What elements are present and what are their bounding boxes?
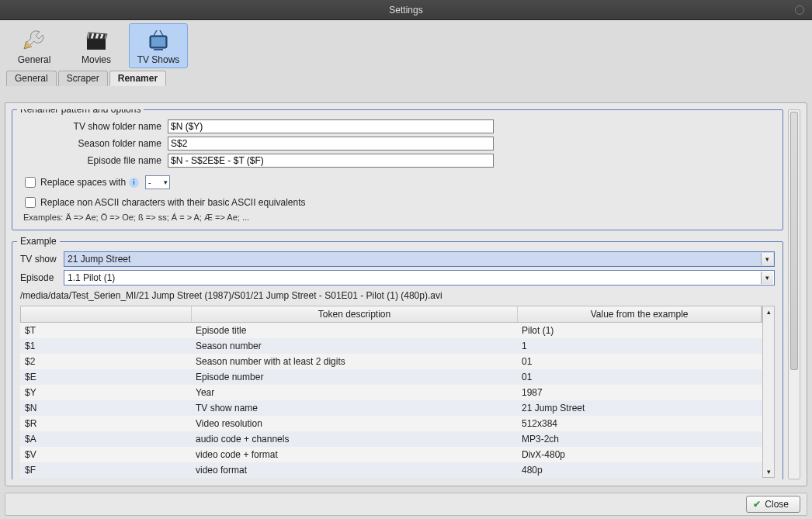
token-cell: $N: [20, 403, 191, 413]
replace-ascii-label: Replace non ASCII characters with their …: [40, 197, 306, 208]
tvshow-dropdown-label: TV show: [20, 254, 64, 265]
close-button[interactable]: ✔ Close: [746, 496, 800, 513]
example-path: /media/data/Test_Serien_MI/21 Jump Stree…: [20, 290, 775, 301]
svg-line-9: [160, 30, 163, 36]
category-movies[interactable]: Movies: [67, 23, 126, 68]
value-cell: 1987: [517, 387, 762, 398]
scroll-down-icon[interactable]: ▾: [763, 466, 774, 477]
tvshow-folder-label: TV show folder name: [20, 121, 168, 132]
token-cell: $1: [20, 341, 191, 351]
replace-spaces-select[interactable]: - ▾: [145, 175, 170, 189]
token-cell: $V: [20, 449, 191, 460]
info-icon[interactable]: i: [129, 178, 139, 188]
tv-icon: [146, 28, 171, 53]
th-value: Value from the example: [518, 306, 762, 322]
table-row[interactable]: $Vvideo code + formatDivX-480p: [20, 447, 762, 462]
token-table-header: Token description Value from the example: [20, 306, 762, 323]
svg-line-3: [94, 33, 95, 39]
window-titlebar: Settings: [0, 0, 812, 20]
token-cell: $Y: [20, 387, 191, 398]
close-button-label: Close: [765, 499, 789, 510]
season-folder-input[interactable]: [168, 137, 494, 151]
value-cell: 1: [517, 341, 762, 351]
scroll-up-icon[interactable]: ▴: [763, 306, 774, 317]
token-table: Token description Value from the example…: [20, 306, 762, 478]
description-cell: audio code + channels: [191, 434, 517, 445]
value-cell: 01: [517, 372, 762, 382]
table-row[interactable]: $Fvideo format480p: [20, 462, 762, 478]
episode-file-input[interactable]: [168, 154, 494, 168]
value-cell: Pilot (1): [517, 325, 762, 336]
replace-ascii-checkbox[interactable]: [25, 197, 36, 208]
svg-line-8: [154, 30, 157, 36]
th-token: [21, 306, 192, 322]
category-movies-label: Movies: [82, 54, 111, 65]
episode-dropdown[interactable]: 1.1 Pilot (1) ▾: [64, 270, 775, 285]
episode-file-label: Episode file name: [20, 155, 168, 166]
table-row[interactable]: $RVideo resolution512x384: [20, 416, 762, 431]
svg-line-2: [89, 33, 91, 39]
category-tvshows[interactable]: TV Shows: [129, 23, 188, 68]
window-close-icon[interactable]: [795, 5, 804, 15]
value-cell: 512x384: [517, 418, 762, 429]
th-description: Token description: [192, 306, 518, 322]
subtabs: General Scraper Renamer: [0, 70, 812, 85]
tvshow-dropdown[interactable]: 21 Jump Street ▾: [64, 251, 775, 267]
svg-rect-0: [87, 39, 106, 50]
check-icon: ✔: [753, 499, 761, 510]
table-row[interactable]: $2Season number with at least 2 digits01: [20, 354, 762, 369]
page-content: Renamer pattern and options TV show fold…: [5, 102, 807, 486]
tab-renamer[interactable]: Renamer: [109, 71, 166, 86]
ascii-examples-text: Examples: Ä => Ae; Ö => Oe; ß => ss; Á =…: [23, 213, 775, 222]
table-row[interactable]: $1Season number1: [20, 338, 762, 354]
token-cell: $T: [20, 325, 191, 336]
scrollbar-thumb[interactable]: [790, 112, 798, 370]
description-cell: TV show name: [191, 403, 517, 413]
renamer-pattern-fieldset: Renamer pattern and options TV show fold…: [12, 109, 783, 230]
value-cell: 01: [517, 356, 762, 367]
token-cell: $F: [20, 465, 191, 476]
clapperboard-icon: [84, 28, 109, 53]
tab-general[interactable]: General: [6, 71, 57, 86]
window-title: Settings: [389, 5, 422, 16]
example-legend: Example: [17, 236, 60, 247]
episode-dropdown-label: Episode: [20, 272, 64, 283]
description-cell: Video resolution: [191, 418, 517, 429]
example-fieldset: Example TV show 21 Jump Street ▾ Episode…: [12, 241, 783, 479]
category-general[interactable]: General: [5, 23, 64, 68]
tvshow-folder-input[interactable]: [168, 119, 494, 133]
token-cell: $A: [20, 434, 191, 445]
token-table-scrollbar[interactable]: ▴ ▾: [762, 306, 775, 478]
description-cell: Year: [191, 387, 517, 398]
replace-spaces-label: Replace spaces with: [40, 177, 126, 188]
value-cell: DivX-480p: [517, 449, 762, 460]
svg-line-5: [103, 34, 105, 39]
value-cell: 480p: [517, 465, 762, 476]
token-cell: $E: [20, 372, 191, 382]
description-cell: Season number: [191, 341, 517, 351]
season-folder-label: Season folder name: [20, 138, 168, 149]
svg-line-4: [99, 34, 100, 39]
token-cell: $2: [20, 356, 191, 367]
svg-rect-10: [154, 49, 163, 50]
description-cell: video code + format: [191, 449, 517, 460]
table-row[interactable]: $TEpisode titlePilot (1): [20, 323, 762, 338]
svg-rect-7: [151, 37, 165, 47]
category-general-label: General: [18, 54, 51, 65]
value-cell: MP3-2ch: [517, 434, 762, 445]
replace-spaces-checkbox[interactable]: [25, 177, 36, 188]
dialog-button-bar: ✔ Close: [5, 493, 807, 516]
table-row[interactable]: $NTV show name21 Jump Street: [20, 400, 762, 416]
renamer-pattern-legend: Renamer pattern and options: [17, 109, 144, 115]
table-row[interactable]: $Aaudio code + channelsMP3-2ch: [20, 431, 762, 447]
page-scrollbar[interactable]: [788, 109, 800, 479]
chevron-down-icon: ▾: [164, 178, 168, 186]
category-tvshows-label: TV Shows: [137, 54, 180, 65]
table-row[interactable]: $YYear1987: [20, 385, 762, 400]
description-cell: Episode number: [191, 372, 517, 382]
tab-scraper[interactable]: Scraper: [58, 71, 108, 86]
description-cell: video format: [191, 465, 517, 476]
description-cell: Season number with at least 2 digits: [191, 356, 517, 367]
table-row[interactable]: $EEpisode number01: [20, 369, 762, 385]
value-cell: 21 Jump Street: [517, 403, 762, 413]
